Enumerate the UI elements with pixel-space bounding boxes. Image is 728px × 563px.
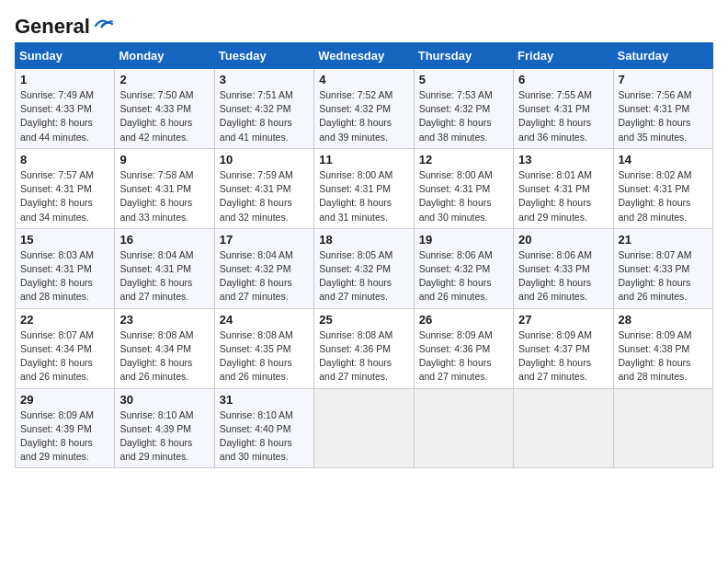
day-number: 25 [319,313,408,327]
day-number: 5 [419,73,508,86]
calendar-cell: 27Sunrise: 8:09 AM Sunset: 4:37 PM Dayli… [514,308,613,388]
day-detail: Sunrise: 8:09 AM Sunset: 4:38 PM Dayligh… [619,328,708,385]
calendar-cell: 6Sunrise: 7:55 AM Sunset: 4:31 PM Daylig… [514,69,613,149]
calendar-header-row: SundayMondayTuesdayWednesdayThursdayFrid… [16,43,713,69]
calendar-cell: 8Sunrise: 7:57 AM Sunset: 4:31 PM Daylig… [16,148,115,228]
day-number: 30 [119,393,209,407]
day-number: 18 [319,233,408,247]
day-number: 7 [619,73,708,86]
day-number: 29 [20,393,109,407]
calendar-week-row: 1Sunrise: 7:49 AM Sunset: 4:33 PM Daylig… [16,69,713,149]
day-number: 13 [518,153,608,167]
day-number: 26 [419,313,508,327]
day-number: 10 [220,153,309,167]
calendar-cell [314,388,414,468]
day-number: 19 [419,233,508,247]
calendar-week-row: 29Sunrise: 8:09 AM Sunset: 4:39 PM Dayli… [16,388,713,468]
day-detail: Sunrise: 7:59 AM Sunset: 4:31 PM Dayligh… [220,168,309,224]
calendar-header-saturday: Saturday [613,43,712,69]
calendar-cell: 9Sunrise: 7:58 AM Sunset: 4:31 PM Daylig… [115,148,214,228]
day-detail: Sunrise: 7:53 AM Sunset: 4:32 PM Dayligh… [419,88,508,144]
day-detail: Sunrise: 8:10 AM Sunset: 4:39 PM Dayligh… [119,408,209,465]
day-detail: Sunrise: 8:05 AM Sunset: 4:32 PM Dayligh… [319,248,408,304]
day-number: 31 [220,393,309,407]
day-number: 21 [619,233,708,247]
day-detail: Sunrise: 8:03 AM Sunset: 4:31 PM Dayligh… [20,248,109,304]
calendar-cell [414,388,513,468]
calendar-cell: 5Sunrise: 7:53 AM Sunset: 4:32 PM Daylig… [414,69,513,149]
day-detail: Sunrise: 8:02 AM Sunset: 4:31 PM Dayligh… [619,168,708,224]
day-detail: Sunrise: 8:04 AM Sunset: 4:31 PM Dayligh… [119,248,209,304]
calendar-cell: 14Sunrise: 8:02 AM Sunset: 4:31 PM Dayli… [613,148,712,228]
day-number: 8 [20,153,109,167]
calendar-cell: 28Sunrise: 8:09 AM Sunset: 4:38 PM Dayli… [613,308,712,388]
calendar-cell: 1Sunrise: 7:49 AM Sunset: 4:33 PM Daylig… [16,69,115,149]
calendar-header-monday: Monday [115,43,214,69]
calendar-cell: 4Sunrise: 7:52 AM Sunset: 4:32 PM Daylig… [314,69,414,149]
calendar-cell: 16Sunrise: 8:04 AM Sunset: 4:31 PM Dayli… [115,228,214,308]
day-number: 9 [119,153,209,167]
calendar-header-tuesday: Tuesday [214,43,313,69]
day-detail: Sunrise: 8:01 AM Sunset: 4:31 PM Dayligh… [518,168,608,224]
day-detail: Sunrise: 7:49 AM Sunset: 4:33 PM Dayligh… [20,88,109,144]
calendar-cell: 25Sunrise: 8:08 AM Sunset: 4:36 PM Dayli… [314,308,414,388]
day-number: 24 [220,313,309,327]
day-number: 3 [220,73,309,86]
day-number: 12 [419,153,508,167]
calendar-cell: 2Sunrise: 7:50 AM Sunset: 4:33 PM Daylig… [115,69,214,149]
calendar-cell [613,388,712,468]
day-detail: Sunrise: 7:56 AM Sunset: 4:31 PM Dayligh… [619,88,708,144]
calendar-cell: 23Sunrise: 8:08 AM Sunset: 4:34 PM Dayli… [115,308,214,388]
day-detail: Sunrise: 8:04 AM Sunset: 4:32 PM Dayligh… [220,248,309,304]
calendar-cell [514,388,613,468]
day-detail: Sunrise: 8:09 AM Sunset: 4:37 PM Dayligh… [518,328,608,385]
calendar-cell: 11Sunrise: 8:00 AM Sunset: 4:31 PM Dayli… [314,148,414,228]
calendar-header-thursday: Thursday [414,43,513,69]
calendar-cell: 10Sunrise: 7:59 AM Sunset: 4:31 PM Dayli… [214,148,313,228]
calendar-header-wednesday: Wednesday [314,43,414,69]
day-detail: Sunrise: 8:10 AM Sunset: 4:40 PM Dayligh… [220,408,309,465]
day-number: 15 [20,233,109,247]
calendar-cell: 15Sunrise: 8:03 AM Sunset: 4:31 PM Dayli… [16,228,115,308]
day-number: 1 [20,73,109,86]
day-number: 20 [518,233,608,247]
calendar-header-friday: Friday [514,43,613,69]
day-detail: Sunrise: 8:00 AM Sunset: 4:31 PM Dayligh… [319,168,408,224]
day-number: 11 [319,153,408,167]
day-number: 2 [119,73,209,86]
calendar-cell: 12Sunrise: 8:00 AM Sunset: 4:31 PM Dayli… [414,148,513,228]
calendar-cell: 31Sunrise: 8:10 AM Sunset: 4:40 PM Dayli… [214,388,313,468]
day-detail: Sunrise: 7:52 AM Sunset: 4:32 PM Dayligh… [319,88,408,144]
day-number: 16 [119,233,209,247]
calendar-cell: 22Sunrise: 8:07 AM Sunset: 4:34 PM Dayli… [16,308,115,388]
day-number: 6 [518,73,608,86]
day-detail: Sunrise: 8:07 AM Sunset: 4:34 PM Dayligh… [20,328,109,385]
calendar-cell: 17Sunrise: 8:04 AM Sunset: 4:32 PM Dayli… [214,228,313,308]
calendar-table: SundayMondayTuesdayWednesdayThursdayFrid… [15,42,713,468]
day-detail: Sunrise: 8:00 AM Sunset: 4:31 PM Dayligh… [419,168,508,224]
day-number: 22 [20,313,109,327]
day-number: 14 [619,153,708,167]
logo-bird-icon [94,17,114,33]
day-number: 23 [119,313,209,327]
day-number: 17 [220,233,309,247]
day-number: 28 [619,313,708,327]
calendar-week-row: 22Sunrise: 8:07 AM Sunset: 4:34 PM Dayli… [16,308,713,388]
calendar-cell: 26Sunrise: 8:09 AM Sunset: 4:36 PM Dayli… [414,308,513,388]
calendar-week-row: 15Sunrise: 8:03 AM Sunset: 4:31 PM Dayli… [16,228,713,308]
day-detail: Sunrise: 8:08 AM Sunset: 4:34 PM Dayligh… [119,328,209,385]
calendar-week-row: 8Sunrise: 7:57 AM Sunset: 4:31 PM Daylig… [16,148,713,228]
header: General [15,15,713,35]
day-detail: Sunrise: 8:06 AM Sunset: 4:33 PM Dayligh… [518,248,608,304]
calendar-cell: 7Sunrise: 7:56 AM Sunset: 4:31 PM Daylig… [613,69,712,149]
calendar-cell: 30Sunrise: 8:10 AM Sunset: 4:39 PM Dayli… [115,388,214,468]
calendar-cell: 24Sunrise: 8:08 AM Sunset: 4:35 PM Dayli… [214,308,313,388]
day-detail: Sunrise: 8:07 AM Sunset: 4:33 PM Dayligh… [619,248,708,304]
day-detail: Sunrise: 7:58 AM Sunset: 4:31 PM Dayligh… [119,168,209,224]
logo-general: General [15,15,90,39]
logo: General [15,15,114,35]
day-detail: Sunrise: 8:09 AM Sunset: 4:39 PM Dayligh… [20,408,109,465]
day-detail: Sunrise: 8:08 AM Sunset: 4:36 PM Dayligh… [319,328,408,385]
calendar-cell: 13Sunrise: 8:01 AM Sunset: 4:31 PM Dayli… [514,148,613,228]
calendar-cell: 21Sunrise: 8:07 AM Sunset: 4:33 PM Dayli… [613,228,712,308]
